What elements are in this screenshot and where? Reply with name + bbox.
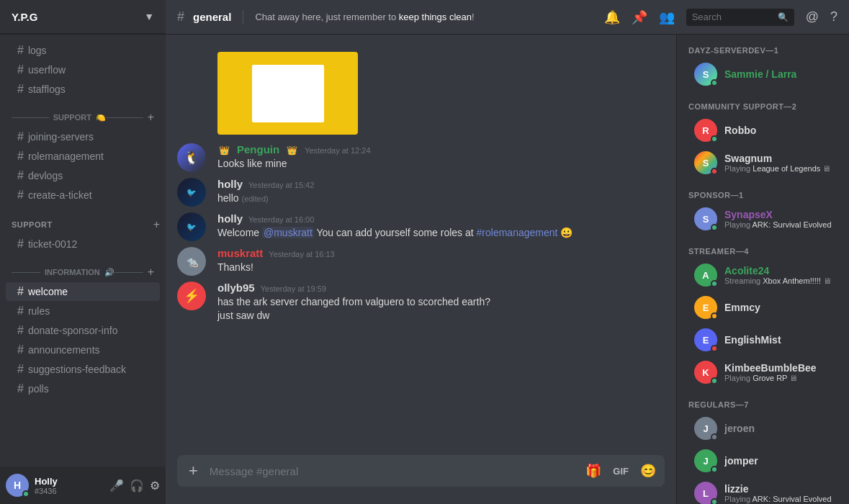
status-englishmist <box>711 345 718 352</box>
status-emmcy <box>711 312 718 320</box>
edited-label: (edited) <box>241 194 268 203</box>
mention-muskratt[interactable]: @muskratt <box>262 227 314 238</box>
add-section-button[interactable]: + <box>153 218 160 231</box>
crown-before-icon: 👑 <box>219 145 230 156</box>
message-author-penguin[interactable]: Penguin <box>237 143 279 156</box>
divider-emoji: 🍋 <box>96 113 106 122</box>
avatar-robbo: R <box>694 119 717 142</box>
gif-icon[interactable]: GIF <box>610 464 632 478</box>
member-synapsex[interactable]: S SynapseX Playing ARK: Survival Evolved <box>683 203 843 235</box>
topic-highlight: keep things clean <box>399 12 472 22</box>
channel-name-header: general <box>193 11 231 23</box>
headphone-icon[interactable]: 🎧 <box>130 479 144 492</box>
messages-container: 🐧 👑 Penguin 👑 Yesterday at 12:24 Looks l… <box>166 35 676 455</box>
server-dropdown-icon[interactable]: ▼ <box>144 11 154 22</box>
avatar-lizzie: L <box>694 482 717 504</box>
avatar-ollyb95: ⚡ <box>177 282 206 310</box>
message-text-ollyb95-1: has the ark server changed from valguero… <box>217 295 665 309</box>
image-message <box>166 46 676 140</box>
member-lizzie[interactable]: L lizzie Playing ARK: Survival Evolved <box>683 477 843 504</box>
add-info-button[interactable]: + <box>148 266 154 279</box>
sidebar-item-joining-servers[interactable]: # joining-servers <box>6 127 160 146</box>
hash-icon: # <box>17 150 24 163</box>
sidebar-item-label-suggest: suggestions-feedback <box>28 364 126 375</box>
sidebar-item-suggestions[interactable]: # suggestions-feedback <box>6 360 160 379</box>
divider-line-left2 <box>12 272 40 273</box>
member-kimbee[interactable]: K KimbeeBumbleBee Playing Grove RP 🖥 <box>683 356 843 388</box>
avatar-holly1: 🐦 <box>177 178 206 207</box>
sidebar-item-logs[interactable]: # logs <box>6 41 160 60</box>
section-streamer: STREAMER—4 <box>677 235 849 258</box>
emoji-icon[interactable]: 😊 <box>640 463 656 479</box>
section-label-sponsor: SPONSOR—1 <box>688 191 843 199</box>
message-author-muskratt[interactable]: muskratt <box>217 247 263 259</box>
divider-support-label: SUPPORT <box>53 113 91 122</box>
message-group-holly2: 🐦 holly Yesterday at 16:00 Welcome @musk… <box>166 210 676 244</box>
add-attachment-button[interactable]: + <box>183 462 204 480</box>
sidebar-item-stafflogs[interactable]: # stafflogs <box>6 80 160 99</box>
avatar-muskratt: 🐀 <box>177 247 206 276</box>
sidebar-item-label-ticket: create-a-ticket <box>28 189 92 201</box>
avatar-synapsex: S <box>694 207 717 230</box>
hash-icon: # <box>17 189 24 202</box>
sidebar-item-rules[interactable]: # rules <box>6 302 160 320</box>
help-icon[interactable]: ? <box>830 9 837 24</box>
member-emmcy[interactable]: E Emmcy <box>683 292 843 323</box>
message-content-ollyb95: ollyb95 Yesterday at 19:59 has the ark s… <box>217 282 665 323</box>
avatar-penguin: 🐧 <box>177 143 206 172</box>
message-author-ollyb95[interactable]: ollyb95 <box>217 282 255 294</box>
sidebar-item-rolemanagement[interactable]: # rolemanagement <box>6 147 160 166</box>
search-input[interactable] <box>692 12 778 22</box>
bell-icon[interactable]: 🔔 <box>604 9 620 25</box>
member-robbo[interactable]: R Robbo <box>683 114 843 146</box>
message-author-holly2[interactable]: holly <box>217 212 243 225</box>
status-acolite24 <box>711 280 718 287</box>
server-header[interactable]: Y.P.G ▼ <box>0 0 166 34</box>
members-icon[interactable]: 👥 <box>659 9 675 25</box>
sidebar-item-donate[interactable]: # donate-sponsor-info <box>6 321 160 340</box>
member-englishmist[interactable]: E EnglishMist <box>683 324 843 356</box>
mic-icon[interactable]: 🎤 <box>109 479 124 492</box>
settings-icon[interactable]: ⚙ <box>150 479 160 492</box>
sidebar-item-create-ticket[interactable]: # create-a-ticket <box>6 186 160 204</box>
search-bar[interactable]: 🔍 <box>686 9 794 26</box>
pin-icon[interactable]: 📌 <box>632 9 647 25</box>
message-group-muskratt: 🐀 muskratt Yesterday at 16:13 Thanks! <box>166 244 676 279</box>
member-info-synapsex: SynapseX Playing ARK: Survival Evolved <box>724 209 837 229</box>
member-sub-kimbee: Playing Grove RP 🖥 <box>724 374 837 382</box>
member-info-emmcy: Emmcy <box>724 302 837 313</box>
divider-line-left <box>12 117 49 118</box>
sidebar-item-polls[interactable]: # polls <box>6 379 160 398</box>
member-swagnum[interactable]: S Swagnum Playing League of Legends 🖥 <box>683 147 843 179</box>
member-jeroen[interactable]: J jeroen <box>683 413 843 444</box>
sidebar-item-userflow[interactable]: # userflow <box>6 60 160 79</box>
gift-icon[interactable]: 🎁 <box>585 463 601 479</box>
member-sammie[interactable]: S Sammie / Larra <box>683 58 843 90</box>
sidebar-item-label-welcome: welcome <box>28 286 68 297</box>
sidebar-scroll: # logs # userflow # stafflogs SUPPORT 🍋 … <box>0 35 166 467</box>
sidebar-item-announcements[interactable]: # announcements <box>6 341 160 359</box>
hash-icon: # <box>17 44 24 57</box>
member-acolite24[interactable]: A Acolite24 Streaming Xbox Anthem!!!!! 🖥 <box>683 259 843 291</box>
status-robbo <box>711 135 718 143</box>
message-header-penguin: 👑 Penguin 👑 Yesterday at 12:24 <box>217 143 665 156</box>
member-jomper[interactable]: J jomper <box>683 445 843 477</box>
mention-icon[interactable]: @ <box>806 9 819 24</box>
message-author-holly1[interactable]: holly <box>217 178 243 190</box>
member-info-jeroen: jeroen <box>724 423 837 434</box>
member-sub-acolite24: Streaming Xbox Anthem!!!!! 🖥 <box>724 276 837 285</box>
sidebar-item-welcome[interactable]: # welcome <box>6 282 160 301</box>
chat-area: 🐧 👑 Penguin 👑 Yesterday at 12:24 Looks l… <box>166 35 676 504</box>
chat-input-area: + 🎁 GIF 😊 <box>166 455 676 504</box>
divider-info-label: INFORMATION <box>45 268 100 276</box>
chat-input[interactable] <box>204 458 583 485</box>
status-sammie <box>711 79 718 86</box>
sidebar-item-devlogs[interactable]: # devlogs <box>6 166 160 185</box>
avatar-swagnum: S <box>694 151 717 174</box>
divider-line-right <box>106 117 143 118</box>
member-info-robbo: Robbo <box>724 125 837 136</box>
status-swagnum <box>711 168 718 175</box>
add-support-button[interactable]: + <box>148 111 154 124</box>
sidebar-item-ticket-0012[interactable]: # ticket-0012 <box>6 235 160 253</box>
channel-mention-rolemanagement[interactable]: #rolemanagement <box>477 227 558 238</box>
